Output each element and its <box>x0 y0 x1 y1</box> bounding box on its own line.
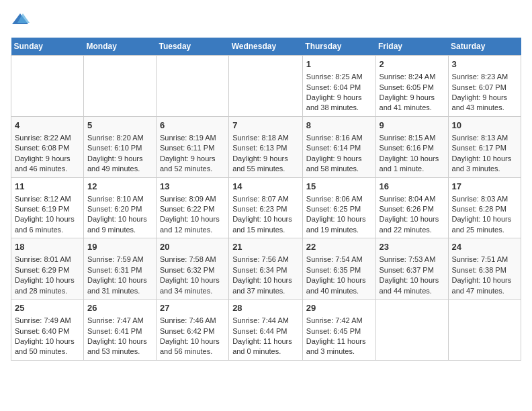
day-info: Sunrise: 7:56 AM <box>232 255 299 265</box>
day-info: Daylight: 10 hours and 6 minutes. <box>15 214 80 235</box>
day-info: Sunrise: 8:03 AM <box>452 194 517 204</box>
day-info: Daylight: 10 hours and 15 minutes. <box>232 214 299 235</box>
day-info: Sunset: 6:44 PM <box>232 326 299 336</box>
day-header-thursday: Thursday <box>302 38 375 56</box>
day-info: Sunset: 6:45 PM <box>306 326 372 336</box>
day-info: Sunrise: 8:13 AM <box>452 133 517 143</box>
day-info: Daylight: 10 hours and 3 minutes. <box>452 154 517 175</box>
day-info: Sunrise: 8:24 AM <box>380 72 445 82</box>
day-info: Sunset: 6:38 PM <box>452 265 517 275</box>
day-number: 7 <box>232 120 299 132</box>
calendar-cell: 18Sunrise: 8:01 AMSunset: 6:29 PMDayligh… <box>11 238 84 300</box>
day-info: Daylight: 10 hours and 34 minutes. <box>160 275 225 296</box>
day-info: Daylight: 9 hours and 58 minutes. <box>306 154 372 175</box>
day-info: Daylight: 10 hours and 44 minutes. <box>380 275 445 296</box>
day-info: Daylight: 10 hours and 56 minutes. <box>160 336 225 357</box>
day-number: 28 <box>232 302 299 314</box>
day-info: Sunset: 6:11 PM <box>160 143 225 153</box>
day-info: Daylight: 9 hours and 38 minutes. <box>306 93 372 113</box>
day-info: Sunrise: 8:18 AM <box>232 133 299 143</box>
day-info: Daylight: 10 hours and 25 minutes. <box>452 214 517 235</box>
day-info: Sunrise: 7:59 AM <box>87 255 152 265</box>
calendar-cell: 3Sunrise: 8:23 AMSunset: 6:07 PMDaylight… <box>448 56 521 117</box>
day-header-tuesday: Tuesday <box>156 38 228 56</box>
calendar-cell: 1Sunrise: 8:25 AMSunset: 6:04 PMDaylight… <box>302 56 375 117</box>
calendar-cell: 23Sunrise: 7:53 AMSunset: 6:37 PMDayligh… <box>375 238 448 300</box>
day-info: Sunset: 6:40 PM <box>15 326 80 336</box>
day-info: Daylight: 10 hours and 53 minutes. <box>87 336 152 357</box>
calendar-week-row: 4Sunrise: 8:22 AMSunset: 6:08 PMDaylight… <box>11 116 521 177</box>
day-info: Sunset: 6:23 PM <box>232 204 299 214</box>
calendar-cell: 7Sunrise: 8:18 AMSunset: 6:13 PMDaylight… <box>229 116 303 177</box>
logo-icon <box>11 11 30 30</box>
calendar-cell: 21Sunrise: 7:56 AMSunset: 6:34 PMDayligh… <box>229 238 303 300</box>
day-number: 6 <box>160 120 225 132</box>
day-info: Sunset: 6:41 PM <box>87 326 152 336</box>
day-info: Sunrise: 8:09 AM <box>160 194 225 204</box>
calendar-cell <box>11 56 84 117</box>
day-number: 11 <box>15 181 80 193</box>
day-info: Sunset: 6:17 PM <box>452 143 517 153</box>
day-info: Daylight: 9 hours and 55 minutes. <box>232 154 299 175</box>
day-number: 15 <box>306 181 372 193</box>
day-number: 13 <box>160 181 225 193</box>
day-info: Sunset: 6:37 PM <box>380 265 445 275</box>
calendar-cell <box>83 56 156 117</box>
day-header-saturday: Saturday <box>448 38 521 56</box>
calendar-cell: 28Sunrise: 7:44 AMSunset: 6:44 PMDayligh… <box>229 300 303 361</box>
calendar-cell: 10Sunrise: 8:13 AMSunset: 6:17 PMDayligh… <box>448 116 521 177</box>
day-number: 2 <box>380 58 445 71</box>
calendar-cell: 22Sunrise: 7:54 AMSunset: 6:35 PMDayligh… <box>302 238 375 300</box>
day-header-sunday: Sunday <box>11 38 84 56</box>
day-info: Sunrise: 8:15 AM <box>380 133 445 143</box>
day-info: Sunset: 6:26 PM <box>380 204 445 214</box>
calendar-cell <box>448 300 521 361</box>
calendar-cell: 27Sunrise: 7:46 AMSunset: 6:42 PMDayligh… <box>156 300 228 361</box>
day-info: Sunset: 6:34 PM <box>232 265 299 275</box>
calendar-cell: 5Sunrise: 8:20 AMSunset: 6:10 PMDaylight… <box>83 116 156 177</box>
calendar-cell: 29Sunrise: 7:42 AMSunset: 6:45 PMDayligh… <box>302 300 375 361</box>
calendar-week-row: 1Sunrise: 8:25 AMSunset: 6:04 PMDaylight… <box>11 56 521 117</box>
day-info: Sunrise: 8:22 AM <box>15 133 80 143</box>
calendar-header-row: SundayMondayTuesdayWednesdayThursdayFrid… <box>11 38 521 56</box>
day-info: Sunrise: 8:04 AM <box>380 194 445 204</box>
day-number: 25 <box>15 302 80 314</box>
day-info: Daylight: 9 hours and 52 minutes. <box>160 154 225 175</box>
day-number: 4 <box>15 120 80 132</box>
day-info: Sunrise: 7:46 AM <box>160 316 225 326</box>
calendar-cell <box>229 56 303 117</box>
day-info: Sunrise: 8:12 AM <box>15 194 80 204</box>
day-info: Sunrise: 8:25 AM <box>306 72 372 82</box>
day-info: Daylight: 10 hours and 47 minutes. <box>452 275 517 296</box>
day-info: Sunset: 6:13 PM <box>232 143 299 153</box>
day-number: 20 <box>160 241 225 253</box>
day-info: Sunrise: 7:53 AM <box>380 255 445 265</box>
day-info: Sunrise: 7:54 AM <box>306 255 372 265</box>
day-info: Daylight: 10 hours and 12 minutes. <box>160 214 225 235</box>
day-info: Sunrise: 7:44 AM <box>232 316 299 326</box>
calendar-cell: 14Sunrise: 8:07 AMSunset: 6:23 PMDayligh… <box>229 177 303 238</box>
calendar-cell: 9Sunrise: 8:15 AMSunset: 6:16 PMDaylight… <box>375 116 448 177</box>
day-info: Sunrise: 8:10 AM <box>87 194 152 204</box>
day-info: Sunrise: 7:42 AM <box>306 316 372 326</box>
day-number: 18 <box>15 241 80 253</box>
calendar-cell: 2Sunrise: 8:24 AMSunset: 6:05 PMDaylight… <box>375 56 448 117</box>
day-info: Sunrise: 8:23 AM <box>452 72 517 82</box>
day-info: Sunset: 6:19 PM <box>15 204 80 214</box>
day-number: 3 <box>452 58 517 71</box>
calendar-cell: 20Sunrise: 7:58 AMSunset: 6:32 PMDayligh… <box>156 238 228 300</box>
calendar-cell: 15Sunrise: 8:06 AMSunset: 6:25 PMDayligh… <box>302 177 375 238</box>
day-header-friday: Friday <box>375 38 448 56</box>
day-info: Daylight: 10 hours and 37 minutes. <box>232 275 299 296</box>
calendar-cell: 11Sunrise: 8:12 AMSunset: 6:19 PMDayligh… <box>11 177 84 238</box>
day-info: Daylight: 11 hours and 3 minutes. <box>306 336 372 357</box>
calendar-cell: 16Sunrise: 8:04 AMSunset: 6:26 PMDayligh… <box>375 177 448 238</box>
day-info: Sunrise: 8:01 AM <box>15 255 80 265</box>
day-number: 16 <box>380 181 445 193</box>
day-info: Daylight: 9 hours and 41 minutes. <box>380 93 445 113</box>
day-number: 12 <box>87 181 152 193</box>
calendar-cell: 8Sunrise: 8:16 AMSunset: 6:14 PMDaylight… <box>302 116 375 177</box>
day-info: Sunset: 6:35 PM <box>306 265 372 275</box>
header <box>11 11 521 30</box>
day-info: Daylight: 9 hours and 46 minutes. <box>15 154 80 175</box>
